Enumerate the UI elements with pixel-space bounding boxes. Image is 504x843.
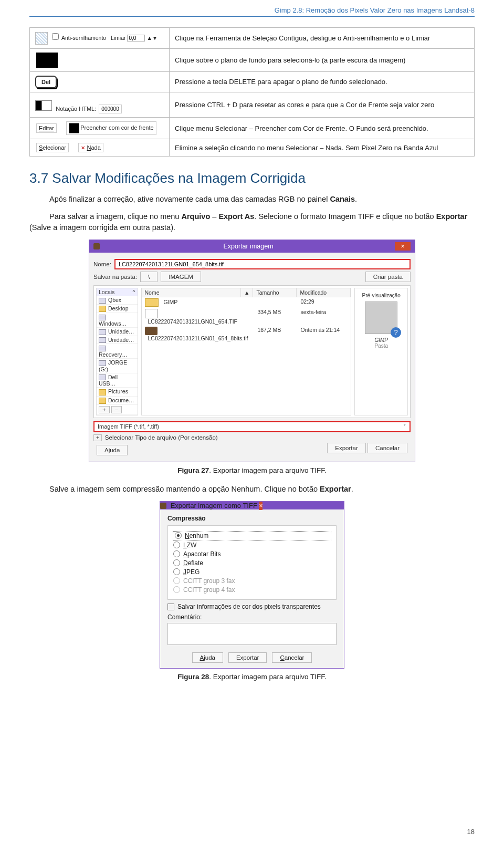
expand-type[interactable]: + [93, 434, 102, 441]
section-heading: 3.7 Salvar Modificações na Imagem Corrig… [29, 170, 475, 186]
help-button-2[interactable]: Ajuda [192, 652, 223, 663]
radio-nenhum[interactable]: Nenhum [173, 532, 331, 540]
close-icon[interactable]: × [259, 502, 262, 510]
tool-icon [35, 32, 48, 45]
preview-pane: Pré-visualização ? GIMP Pasta [354, 288, 408, 415]
radio-jpeg[interactable]: JPEG [173, 568, 331, 576]
export-button[interactable]: Exportar [327, 443, 365, 453]
header-rule [29, 16, 475, 17]
filetype-combo[interactable]: Imagem TIFF (*.tif, *.tiff)˅ [93, 421, 411, 432]
close-icon[interactable]: × [395, 242, 411, 251]
cancel-button-2[interactable]: Cancelar [272, 652, 312, 663]
filename-input[interactable] [114, 259, 411, 269]
antialias-checkbox[interactable] [52, 33, 59, 40]
threshold-input[interactable] [127, 35, 145, 41]
comment-textarea[interactable] [167, 623, 337, 645]
create-folder-button[interactable]: Criar pasta [365, 272, 411, 282]
radio-ccitt4: CCITT group 4 fax [173, 586, 331, 594]
del-keycap: Del [35, 76, 57, 88]
export-button-2[interactable]: Exportar [228, 652, 267, 663]
export-titlebar: Exportar imagem × [89, 240, 415, 253]
places-sidebar[interactable]: Locais ^ Qbex Desktop Windows… Unidade… … [96, 288, 138, 415]
para-2: Para salvar a imagem, clique no menu Arq… [29, 211, 475, 233]
save-alpha-checkbox[interactable] [167, 603, 174, 610]
fg-bg-swatch [35, 96, 52, 112]
steps-table: Anti-serrilhamento Limiar ▲▼ Clique na F… [29, 27, 475, 157]
path-seg-imagem[interactable]: IMAGEM [161, 272, 201, 282]
file-list[interactable]: Nome ▲ Tamanho Modificado GIMP02:29 LC82… [141, 288, 352, 415]
page-number: 18 [467, 828, 475, 836]
help-button[interactable]: Ajuda [97, 445, 128, 455]
radio-lzw[interactable]: LZW [173, 542, 331, 549]
compression-group: Nenhum LZW Apacotar Bits Deflate JPEG CC… [167, 525, 337, 600]
para-1: Após finalizar a correção, ative novamen… [29, 194, 475, 205]
cancel-button[interactable]: Cancelar [368, 443, 407, 453]
figure28-caption: Figura 28. Exportar imagem para arquivo … [29, 673, 475, 681]
export-dialog: Exportar imagem × Nome: Salvar na pasta:… [89, 240, 415, 462]
tiff-options-dialog: Exportar imagem como TIFF × Compressão N… [160, 501, 344, 669]
page-header: Gimp 2.8: Remoção dos Pixels Valor Zero … [29, 0, 475, 15]
radio-packbits[interactable]: Apacotar Bits [173, 550, 331, 558]
radio-deflate[interactable]: Deflate [173, 559, 331, 567]
path-seg-root[interactable]: \ [140, 272, 158, 282]
figure27-caption: Figura 27. Exportar imagem para arquivo … [29, 466, 475, 474]
gimp-icon [93, 243, 100, 249]
para-3: Salve a imagem sem compressão mantendo a… [29, 484, 475, 495]
dark-thumb [36, 53, 58, 68]
radio-ccitt3: CCITT group 3 fax [173, 577, 331, 585]
gimp-icon [160, 503, 166, 509]
